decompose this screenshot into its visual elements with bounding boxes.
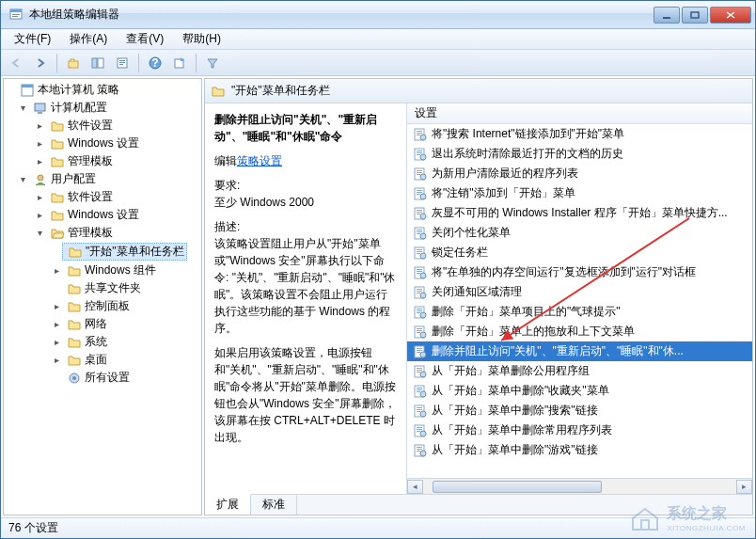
svg-rect-105 — [417, 447, 422, 448]
filter-button[interactable] — [201, 53, 224, 73]
svg-rect-97 — [417, 411, 420, 412]
scroll-left-button[interactable]: ◂ — [407, 480, 423, 494]
menu-action[interactable]: 操作(A) — [62, 29, 115, 49]
tree-desktop[interactable]: ▸桌面 — [4, 351, 201, 369]
list-item[interactable]: 锁定任务栏 — [407, 243, 752, 262]
tree-root[interactable]: 本地计算机 策略 — [4, 81, 201, 99]
svg-rect-82 — [417, 352, 420, 353]
view-tabs: 扩展 标准 — [205, 494, 752, 515]
tree-shared-folders[interactable]: 共享文件夹 — [4, 279, 201, 297]
settings-list[interactable]: 将"搜索 Internet"链接添加到"开始"菜单退出系统时清除最近打开的文档的… — [407, 124, 752, 478]
expand-icon[interactable]: ▸ — [51, 301, 62, 311]
scroll-thumb[interactable] — [433, 481, 602, 493]
scroll-track[interactable] — [423, 480, 736, 494]
edit-policy-link[interactable]: 策略设置 — [237, 154, 282, 167]
menu-file[interactable]: 文件(F) — [7, 29, 58, 49]
scroll-right-button[interactable]: ▸ — [736, 480, 752, 494]
setting-title: 删除并阻止访问"关机"、"重新启动"、"睡眠"和"休眠"命令 — [214, 111, 397, 145]
list-item[interactable]: 从「开始」菜单中删除"搜索"链接 — [407, 401, 752, 420]
list-item[interactable]: 从「开始」菜单中删除"游戏"链接 — [407, 440, 752, 460]
content-header-title: "开始"菜单和任务栏 — [231, 83, 330, 99]
list-item[interactable]: 为新用户清除最近的程序列表 — [407, 164, 752, 183]
tree-network[interactable]: ▸网络 — [4, 315, 201, 333]
tree-system[interactable]: ▸系统 — [4, 333, 201, 351]
svg-rect-10 — [119, 60, 125, 61]
folder-icon — [67, 299, 82, 314]
tree-cc-software[interactable]: ▸软件设置 — [4, 117, 201, 135]
svg-rect-57 — [417, 253, 420, 254]
tree-all-settings[interactable]: 所有设置 — [4, 369, 201, 387]
policy-item-icon — [413, 443, 428, 458]
list-item[interactable]: 删除「开始」菜单项目上的"气球提示" — [407, 302, 752, 322]
tree-computer-config[interactable]: ▾计算机配置 — [4, 99, 201, 117]
tab-extended[interactable]: 扩展 — [205, 494, 251, 515]
list-item[interactable]: 从「开始」菜单中删除"收藏夹"菜单 — [407, 381, 752, 401]
expand-icon[interactable]: ▸ — [34, 210, 45, 220]
tree-uc-software[interactable]: ▸软件设置 — [4, 188, 201, 206]
tree-cc-admin[interactable]: ▸管理模板 — [4, 152, 201, 170]
show-hide-tree-button[interactable] — [87, 53, 109, 73]
maximize-button[interactable] — [682, 7, 708, 24]
svg-rect-1 — [10, 9, 22, 12]
expand-icon[interactable]: ▸ — [34, 120, 45, 131]
svg-point-98 — [420, 411, 426, 417]
list-item[interactable]: 将"搜索 Internet"链接添加到"开始"菜单 — [407, 124, 752, 144]
help-button[interactable]: ? — [144, 53, 166, 73]
svg-point-83 — [420, 352, 426, 357]
svg-rect-12 — [119, 64, 123, 65]
expand-icon[interactable]: ▸ — [34, 156, 45, 166]
tree-user-config[interactable]: ▾用户配置 — [4, 170, 201, 188]
list-item-label: 删除「开始」菜单上的拖放和上下文菜单 — [432, 324, 635, 340]
tree-pane[interactable]: 本地计算机 策略 ▾计算机配置 ▸软件设置 ▸Windows 设置 ▸管理模板 … — [3, 78, 202, 515]
expand-icon[interactable]: ▸ — [51, 337, 62, 347]
expand-icon[interactable]: ▸ — [34, 138, 45, 149]
list-item[interactable]: 将"在单独的内存空间运行"复选框添加到"运行"对话框 — [407, 262, 752, 282]
svg-rect-17 — [22, 85, 33, 87]
tree-uc-admin[interactable]: ▾管理模板 — [4, 224, 201, 242]
toolbar: ? — [1, 50, 755, 76]
horizontal-scrollbar[interactable]: ◂ ▸ — [407, 478, 752, 494]
list-item[interactable]: 退出系统时清除最近打开的文档的历史 — [407, 144, 752, 164]
menu-help[interactable]: 帮助(H) — [175, 29, 228, 49]
svg-rect-11 — [119, 62, 125, 63]
tree-windows-components[interactable]: ▸Windows 组件 — [4, 262, 201, 279]
svg-rect-18 — [35, 103, 45, 111]
tree-uc-windows[interactable]: ▸Windows 设置 — [4, 206, 201, 224]
user-icon — [33, 172, 48, 187]
expand-icon[interactable]: ▾ — [17, 174, 28, 184]
tab-standard[interactable]: 标准 — [251, 495, 297, 515]
tree-cc-windows[interactable]: ▸Windows 设置 — [4, 135, 201, 152]
list-header[interactable]: 设置 — [407, 103, 752, 124]
list-item[interactable]: 灰显不可用的 Windows Installer 程序「开始」菜单快捷方... — [407, 203, 752, 223]
up-button[interactable] — [62, 53, 85, 73]
expand-icon[interactable]: ▸ — [51, 355, 62, 365]
tree-start-taskbar[interactable]: "开始"菜单和任务栏 — [4, 242, 201, 262]
column-setting[interactable]: 设置 — [415, 105, 437, 121]
folder-icon — [68, 245, 83, 260]
export-button[interactable] — [168, 53, 191, 73]
statusbar: 76 个设置 — [1, 517, 755, 538]
svg-rect-72 — [417, 312, 420, 313]
expand-icon[interactable]: ▸ — [51, 319, 62, 329]
expand-icon[interactable]: ▸ — [34, 192, 45, 202]
toolbar-separator — [138, 54, 139, 72]
svg-rect-87 — [417, 372, 420, 373]
folder-icon — [50, 208, 65, 223]
menu-view[interactable]: 查看(V) — [118, 29, 171, 49]
minimize-button[interactable] — [654, 7, 680, 24]
close-button[interactable] — [710, 7, 751, 24]
list-item[interactable]: 关闭通知区域清理 — [407, 282, 752, 302]
expand-icon[interactable]: ▾ — [34, 228, 45, 238]
list-item[interactable]: 从「开始」菜单删除公用程序组 — [407, 361, 752, 381]
expand-icon[interactable]: ▾ — [17, 103, 28, 113]
list-item[interactable]: 将"注销"添加到「开始」菜单 — [407, 183, 752, 203]
expand-icon[interactable]: ▸ — [51, 265, 62, 276]
properties-button[interactable] — [111, 53, 134, 73]
list-item[interactable]: 删除并阻止访问"关机"、"重新启动"、"睡眠"和"休... — [407, 341, 752, 361]
forward-button[interactable] — [29, 53, 52, 73]
tree-control-panel[interactable]: ▸控制面板 — [4, 297, 201, 315]
list-item[interactable]: 删除「开始」菜单上的拖放和上下文菜单 — [407, 322, 752, 341]
list-item[interactable]: 关闭个性化菜单 — [407, 223, 752, 243]
svg-rect-3 — [12, 16, 18, 17]
list-item[interactable]: 从「开始」菜单中删除常用程序列表 — [407, 420, 752, 440]
